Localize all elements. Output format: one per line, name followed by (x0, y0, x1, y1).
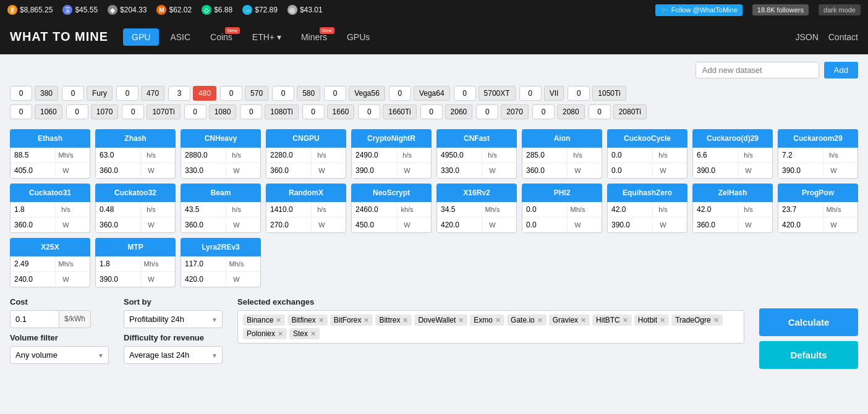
nav-asic[interactable]: ASIC (161, 28, 199, 46)
sort-select[interactable]: Profitability 24h Profitability 1h Reven… (124, 310, 223, 328)
algo-hash-input[interactable] (352, 148, 396, 163)
exchange-remove[interactable]: ✕ (310, 330, 316, 338)
algo-hash-input[interactable] (181, 256, 226, 271)
difficulty-select[interactable]: Average last 24h Current (124, 346, 223, 364)
dataset-input[interactable] (696, 62, 819, 78)
algo-button-neoscrypt[interactable]: NeoScrypt (351, 184, 432, 202)
nav-contact[interactable]: Contact (828, 32, 858, 42)
algo-button-cryptonightr[interactable]: CryptoNightR (351, 129, 432, 148)
algo-hash-input[interactable] (437, 148, 482, 163)
algo-power-input[interactable] (778, 163, 823, 178)
exchange-remove[interactable]: ✕ (364, 316, 369, 324)
algo-button-cuckaroom29[interactable]: Cuckaroom29 (778, 129, 858, 148)
algo-power-input[interactable] (693, 163, 738, 178)
algo-power-input[interactable] (96, 163, 140, 178)
defaults-button[interactable]: Defaults (759, 341, 858, 369)
exchange-remove[interactable]: ✕ (278, 330, 283, 338)
nav-coins[interactable]: Coins New (202, 28, 241, 46)
algo-power-input[interactable] (522, 163, 567, 178)
gpu-count-input[interactable] (519, 86, 542, 101)
gpu-count-input[interactable] (10, 104, 32, 119)
algo-power-input[interactable] (778, 218, 823, 232)
exchange-remove[interactable]: ✕ (713, 316, 719, 324)
calculate-button[interactable]: Calculate (759, 308, 858, 336)
gpu-count-input[interactable] (184, 104, 206, 119)
algo-button-phi2[interactable]: PHI2 (522, 184, 602, 202)
algo-hash-input[interactable] (608, 202, 652, 217)
algo-hash-input[interactable] (266, 202, 311, 217)
nav-miners[interactable]: Miners New (292, 28, 336, 46)
algo-hash-input[interactable] (266, 148, 311, 163)
algo-hash-input[interactable] (693, 148, 738, 163)
gpu-count-input[interactable] (358, 104, 380, 119)
algo-power-input[interactable] (693, 218, 738, 232)
algo-power-input[interactable] (181, 163, 226, 178)
algo-hash-input[interactable] (778, 148, 823, 163)
gpu-count-input[interactable] (272, 86, 294, 101)
algo-button-cuckoocycle[interactable]: CuckooCycle (607, 129, 687, 148)
algo-power-input[interactable] (181, 218, 226, 232)
exchange-remove[interactable]: ✕ (402, 316, 408, 324)
algo-power-input[interactable] (11, 272, 55, 287)
dark-mode-button[interactable]: dark mode (819, 4, 861, 15)
exchange-remove[interactable]: ✕ (276, 316, 281, 324)
algo-power-input[interactable] (522, 218, 567, 232)
algo-hash-input[interactable] (522, 148, 567, 163)
algo-hash-input[interactable] (181, 202, 226, 217)
gpu-count-input[interactable] (122, 104, 144, 119)
algo-button-cnheavy[interactable]: CNHeavy (181, 129, 261, 148)
algo-power-input[interactable] (352, 218, 396, 232)
algo-hash-input[interactable] (522, 202, 567, 217)
exchange-remove[interactable]: ✕ (495, 316, 501, 324)
algo-button-x25x[interactable]: X25X (10, 238, 90, 256)
follow-button[interactable]: 🐦 Follow @WhatToMine (655, 4, 742, 16)
nav-json[interactable]: JSON (795, 32, 818, 42)
gpu-count-input[interactable] (10, 86, 32, 101)
algo-hash-input[interactable] (437, 202, 482, 217)
algo-button-cnfast[interactable]: CNFast (436, 129, 517, 148)
algo-hash-input[interactable] (352, 202, 396, 217)
algo-power-input[interactable] (266, 163, 311, 178)
algo-button-cuckatoo31[interactable]: Cuckatoo31 (10, 184, 90, 202)
gpu-count-input[interactable] (116, 86, 138, 101)
algo-button-mtp[interactable]: MTP (95, 238, 176, 256)
gpu-count-input[interactable] (62, 86, 84, 101)
cost-input[interactable] (10, 310, 59, 328)
algo-button-equihashzero[interactable]: EquihashZero (607, 184, 687, 202)
gpu-count-input[interactable] (420, 104, 443, 119)
algo-power-input[interactable] (266, 218, 311, 232)
algo-hash-input[interactable] (778, 202, 823, 217)
algo-button-lyra2rev3[interactable]: Lyra2REv3 (181, 238, 261, 256)
exchange-remove[interactable]: ✕ (458, 316, 464, 324)
gpu-count-input[interactable] (532, 104, 555, 119)
algo-hash-input[interactable] (608, 148, 652, 163)
algo-button-zhash[interactable]: Zhash (95, 129, 176, 148)
algo-button-beam[interactable]: Beam (181, 184, 261, 202)
gpu-count-input[interactable] (568, 86, 590, 101)
algo-power-input[interactable] (11, 218, 55, 232)
algo-hash-input[interactable] (96, 202, 140, 217)
gpu-count-input[interactable] (302, 104, 325, 119)
algo-button-aion[interactable]: Aion (522, 129, 602, 148)
algo-power-input[interactable] (437, 163, 482, 178)
algo-hash-input[interactable] (181, 148, 226, 163)
gpu-count-input[interactable] (454, 86, 476, 101)
exchange-remove[interactable]: ✕ (537, 316, 543, 324)
algo-button-randomx[interactable]: RandomX (266, 184, 346, 202)
gpu-count-input[interactable] (168, 86, 190, 101)
algo-button-zelhash[interactable]: ZelHash (692, 184, 773, 202)
algo-hash-input[interactable] (96, 148, 140, 163)
algo-hash-input[interactable] (11, 202, 55, 217)
exchange-remove[interactable]: ✕ (623, 316, 628, 324)
algo-power-input[interactable] (437, 218, 482, 232)
algo-hash-input[interactable] (11, 148, 55, 163)
gpu-count-input[interactable] (476, 104, 498, 119)
gpu-count-input[interactable] (240, 104, 262, 119)
algo-power-input[interactable] (96, 218, 140, 232)
nav-gpu[interactable]: GPU (123, 28, 159, 46)
algo-button-cngpu[interactable]: CNGPU (266, 129, 346, 148)
gpu-count-input[interactable] (389, 86, 411, 101)
algo-power-input[interactable] (608, 218, 652, 232)
algo-button-ethash[interactable]: Ethash (10, 129, 90, 148)
nav-gpus[interactable]: GPUs (338, 28, 378, 46)
